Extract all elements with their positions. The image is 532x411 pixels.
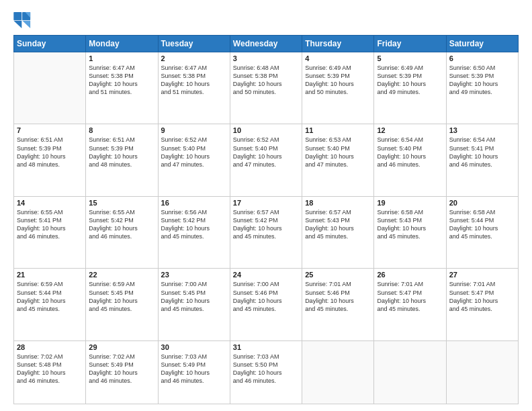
calendar-cell: 19Sunrise: 6:58 AM Sunset: 5:43 PM Dayli… [374, 196, 446, 268]
day-number: 27 [449, 271, 515, 279]
cell-info: Sunrise: 7:03 AM Sunset: 5:50 PM Dayligh… [233, 353, 299, 385]
calendar-table: SundayMondayTuesdayWednesdayThursdayFrid… [13, 35, 519, 404]
day-number: 22 [89, 271, 154, 279]
day-number: 3 [233, 54, 299, 62]
calendar-cell [302, 340, 374, 404]
calendar-cell: 25Sunrise: 7:01 AM Sunset: 5:46 PM Dayli… [302, 269, 374, 340]
calendar-cell: 17Sunrise: 6:57 AM Sunset: 5:42 PM Dayli… [230, 196, 302, 268]
day-number: 17 [233, 199, 299, 207]
calendar-cell: 20Sunrise: 6:58 AM Sunset: 5:44 PM Dayli… [446, 196, 518, 268]
calendar-header-row: SundayMondayTuesdayWednesdayThursdayFrid… [14, 36, 519, 52]
day-number: 31 [233, 343, 299, 351]
calendar-cell: 11Sunrise: 6:53 AM Sunset: 5:40 PM Dayli… [302, 124, 374, 196]
cell-info: Sunrise: 6:52 AM Sunset: 5:40 PM Dayligh… [161, 136, 227, 169]
weekday-header: Sunday [14, 36, 86, 52]
calendar-week-row: 21Sunrise: 6:59 AM Sunset: 5:44 PM Dayli… [14, 269, 519, 340]
cell-info: Sunrise: 6:58 AM Sunset: 5:44 PM Dayligh… [449, 208, 515, 241]
calendar-cell: 4Sunrise: 6:49 AM Sunset: 5:39 PM Daylig… [302, 52, 374, 124]
cell-info: Sunrise: 6:49 AM Sunset: 5:39 PM Dayligh… [377, 64, 443, 97]
day-number: 12 [377, 126, 443, 134]
calendar-cell [14, 52, 86, 124]
cell-info: Sunrise: 6:47 AM Sunset: 5:38 PM Dayligh… [89, 64, 154, 97]
day-number: 5 [377, 54, 443, 62]
calendar-cell: 21Sunrise: 6:59 AM Sunset: 5:44 PM Dayli… [14, 269, 86, 340]
day-number: 19 [377, 199, 443, 207]
cell-info: Sunrise: 6:54 AM Sunset: 5:41 PM Dayligh… [449, 136, 515, 169]
day-number: 13 [449, 126, 515, 134]
weekday-header: Tuesday [158, 36, 230, 52]
day-number: 16 [161, 199, 227, 207]
calendar-cell: 30Sunrise: 7:03 AM Sunset: 5:49 PM Dayli… [158, 340, 230, 404]
calendar-cell: 22Sunrise: 6:59 AM Sunset: 5:45 PM Dayli… [86, 269, 158, 340]
day-number: 14 [17, 199, 83, 207]
calendar-cell: 5Sunrise: 6:49 AM Sunset: 5:39 PM Daylig… [374, 52, 446, 124]
cell-info: Sunrise: 6:55 AM Sunset: 5:41 PM Dayligh… [17, 208, 83, 241]
cell-info: Sunrise: 6:57 AM Sunset: 5:43 PM Dayligh… [305, 208, 371, 241]
cell-info: Sunrise: 7:01 AM Sunset: 5:47 PM Dayligh… [449, 280, 515, 313]
day-number: 30 [161, 343, 227, 351]
calendar-cell: 14Sunrise: 6:55 AM Sunset: 5:41 PM Dayli… [14, 196, 86, 268]
weekday-header: Wednesday [230, 36, 302, 52]
svg-rect-0 [13, 12, 21, 20]
calendar-cell: 24Sunrise: 7:00 AM Sunset: 5:46 PM Dayli… [230, 269, 302, 340]
day-number: 1 [89, 54, 154, 62]
cell-info: Sunrise: 6:54 AM Sunset: 5:40 PM Dayligh… [377, 136, 443, 169]
calendar-cell [446, 340, 518, 404]
calendar-cell: 8Sunrise: 6:51 AM Sunset: 5:39 PM Daylig… [86, 124, 158, 196]
cell-info: Sunrise: 6:51 AM Sunset: 5:39 PM Dayligh… [89, 136, 154, 169]
calendar-cell: 27Sunrise: 7:01 AM Sunset: 5:47 PM Dayli… [446, 269, 518, 340]
cell-info: Sunrise: 6:56 AM Sunset: 5:42 PM Dayligh… [161, 208, 227, 241]
header [13, 12, 519, 28]
cell-info: Sunrise: 7:02 AM Sunset: 5:48 PM Dayligh… [17, 353, 83, 385]
calendar-cell: 7Sunrise: 6:51 AM Sunset: 5:39 PM Daylig… [14, 124, 86, 196]
calendar-week-row: 7Sunrise: 6:51 AM Sunset: 5:39 PM Daylig… [14, 124, 519, 196]
svg-marker-2 [13, 21, 21, 28]
cell-info: Sunrise: 6:52 AM Sunset: 5:40 PM Dayligh… [233, 136, 299, 169]
day-number: 26 [377, 271, 443, 279]
cell-info: Sunrise: 6:50 AM Sunset: 5:39 PM Dayligh… [449, 64, 515, 97]
cell-info: Sunrise: 7:03 AM Sunset: 5:49 PM Dayligh… [161, 353, 227, 385]
calendar-week-row: 14Sunrise: 6:55 AM Sunset: 5:41 PM Dayli… [14, 196, 519, 268]
day-number: 7 [17, 126, 83, 134]
cell-info: Sunrise: 6:53 AM Sunset: 5:40 PM Dayligh… [305, 136, 371, 169]
calendar-cell: 2Sunrise: 6:47 AM Sunset: 5:38 PM Daylig… [158, 52, 230, 124]
calendar-cell: 29Sunrise: 7:02 AM Sunset: 5:49 PM Dayli… [86, 340, 158, 404]
calendar-cell: 9Sunrise: 6:52 AM Sunset: 5:40 PM Daylig… [158, 124, 230, 196]
cell-info: Sunrise: 6:49 AM Sunset: 5:39 PM Dayligh… [305, 64, 371, 97]
day-number: 9 [161, 126, 227, 134]
day-number: 21 [17, 271, 83, 279]
calendar-cell: 26Sunrise: 7:01 AM Sunset: 5:47 PM Dayli… [374, 269, 446, 340]
cell-info: Sunrise: 6:57 AM Sunset: 5:42 PM Dayligh… [233, 208, 299, 241]
day-number: 28 [17, 343, 83, 351]
day-number: 4 [305, 54, 371, 62]
calendar-cell: 6Sunrise: 6:50 AM Sunset: 5:39 PM Daylig… [446, 52, 518, 124]
cell-info: Sunrise: 7:00 AM Sunset: 5:46 PM Dayligh… [233, 280, 299, 313]
calendar-cell: 28Sunrise: 7:02 AM Sunset: 5:48 PM Dayli… [14, 340, 86, 404]
calendar-cell: 23Sunrise: 7:00 AM Sunset: 5:45 PM Dayli… [158, 269, 230, 340]
day-number: 15 [89, 199, 154, 207]
calendar-cell: 13Sunrise: 6:54 AM Sunset: 5:41 PM Dayli… [446, 124, 518, 196]
cell-info: Sunrise: 7:01 AM Sunset: 5:46 PM Dayligh… [305, 280, 371, 313]
day-number: 11 [305, 126, 371, 134]
day-number: 24 [233, 271, 299, 279]
day-number: 2 [161, 54, 227, 62]
cell-info: Sunrise: 7:02 AM Sunset: 5:49 PM Dayligh… [89, 353, 154, 385]
cell-info: Sunrise: 6:59 AM Sunset: 5:45 PM Dayligh… [89, 280, 154, 313]
day-number: 8 [89, 126, 154, 134]
day-number: 6 [449, 54, 515, 62]
day-number: 10 [233, 126, 299, 134]
cell-info: Sunrise: 7:01 AM Sunset: 5:47 PM Dayligh… [377, 280, 443, 313]
logo [13, 12, 35, 28]
cell-info: Sunrise: 7:00 AM Sunset: 5:45 PM Dayligh… [161, 280, 227, 313]
calendar-cell: 18Sunrise: 6:57 AM Sunset: 5:43 PM Dayli… [302, 196, 374, 268]
calendar-cell [374, 340, 446, 404]
day-number: 23 [161, 271, 227, 279]
calendar-week-row: 1Sunrise: 6:47 AM Sunset: 5:38 PM Daylig… [14, 52, 519, 124]
day-number: 29 [89, 343, 154, 351]
weekday-header: Saturday [446, 36, 518, 52]
cell-info: Sunrise: 6:48 AM Sunset: 5:38 PM Dayligh… [233, 64, 299, 97]
logo-icon [13, 12, 32, 28]
cell-info: Sunrise: 6:58 AM Sunset: 5:43 PM Dayligh… [377, 208, 443, 241]
calendar-cell: 12Sunrise: 6:54 AM Sunset: 5:40 PM Dayli… [374, 124, 446, 196]
weekday-header: Thursday [302, 36, 374, 52]
